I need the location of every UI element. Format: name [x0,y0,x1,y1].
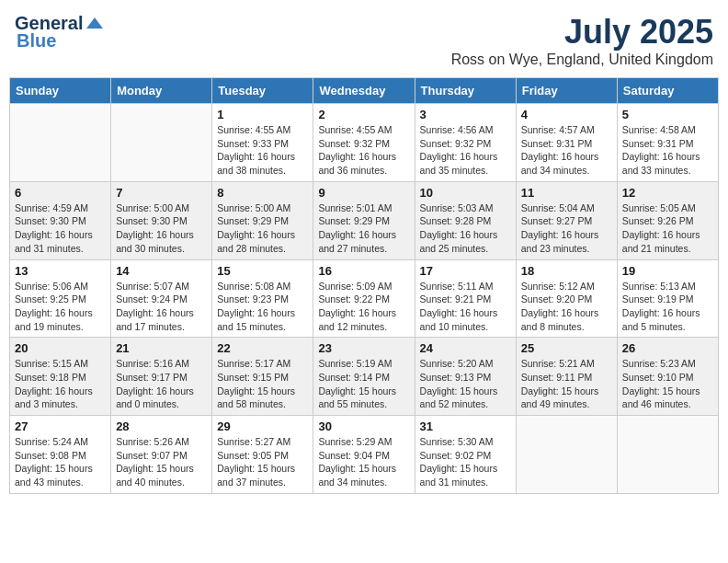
day-number: 19 [622,264,713,278]
day-info: Sunrise: 5:30 AMSunset: 9:02 PMDaylight:… [420,435,511,489]
day-info: Sunrise: 5:06 AMSunset: 9:25 PMDaylight:… [15,280,106,334]
day-info: Sunrise: 4:55 AMSunset: 9:33 PMDaylight:… [217,123,308,178]
calendar-week-row: 27Sunrise: 5:24 AMSunset: 9:08 PMDayligh… [10,416,719,494]
day-info: Sunrise: 5:11 AMSunset: 9:21 PMDaylight:… [420,280,511,334]
day-number: 11 [521,186,612,200]
day-number: 2 [318,108,409,121]
day-number: 31 [420,419,511,433]
calendar-header-row: Sunday Monday Tuesday Wednesday Thursday… [10,78,719,104]
table-row: 19Sunrise: 5:13 AMSunset: 9:19 PMDayligh… [617,259,718,338]
calendar-week-row: 13Sunrise: 5:06 AMSunset: 9:25 PMDayligh… [10,259,719,338]
calendar: Sunday Monday Tuesday Wednesday Thursday… [9,77,719,494]
day-info: Sunrise: 5:23 AMSunset: 9:10 PMDaylight:… [622,357,713,411]
col-saturday: Saturday [617,78,718,104]
table-row: 16Sunrise: 5:09 AMSunset: 9:22 PMDayligh… [313,259,415,338]
day-number: 12 [622,186,713,200]
day-number: 25 [521,341,612,355]
table-row: 12Sunrise: 5:05 AMSunset: 9:26 PMDayligh… [617,181,718,259]
table-row: 18Sunrise: 5:12 AMSunset: 9:20 PMDayligh… [516,259,617,338]
day-number: 17 [420,264,511,278]
day-info: Sunrise: 5:27 AMSunset: 9:05 PMDaylight:… [217,435,308,489]
table-row: 6Sunrise: 4:59 AMSunset: 9:30 PMDaylight… [10,181,111,259]
day-info: Sunrise: 5:12 AMSunset: 9:20 PMDaylight:… [521,280,612,334]
table-row: 20Sunrise: 5:15 AMSunset: 9:18 PMDayligh… [10,338,111,416]
day-info: Sunrise: 5:07 AMSunset: 9:24 PMDaylight:… [116,280,207,334]
day-number: 10 [420,186,511,200]
table-row: 28Sunrise: 5:26 AMSunset: 9:07 PMDayligh… [111,416,212,494]
calendar-week-row: 20Sunrise: 5:15 AMSunset: 9:18 PMDayligh… [10,338,719,416]
day-info: Sunrise: 5:16 AMSunset: 9:17 PMDaylight:… [116,357,207,411]
day-info: Sunrise: 5:00 AMSunset: 9:30 PMDaylight:… [116,201,207,256]
day-info: Sunrise: 5:17 AMSunset: 9:15 PMDaylight:… [217,357,308,411]
day-number: 7 [116,186,207,200]
day-number: 27 [15,419,106,433]
day-info: Sunrise: 5:03 AMSunset: 9:28 PMDaylight:… [420,201,511,256]
table-row: 11Sunrise: 5:04 AMSunset: 9:27 PMDayligh… [516,181,617,259]
day-info: Sunrise: 5:13 AMSunset: 9:19 PMDaylight:… [622,280,713,334]
table-row: 2Sunrise: 4:55 AMSunset: 9:32 PMDaylight… [313,104,415,182]
day-info: Sunrise: 4:56 AMSunset: 9:32 PMDaylight:… [420,123,511,178]
table-row: 26Sunrise: 5:23 AMSunset: 9:10 PMDayligh… [617,338,718,416]
table-row: 21Sunrise: 5:16 AMSunset: 9:17 PMDayligh… [111,338,212,416]
day-info: Sunrise: 5:04 AMSunset: 9:27 PMDaylight:… [521,201,612,256]
day-number: 3 [420,108,511,121]
table-row: 17Sunrise: 5:11 AMSunset: 9:21 PMDayligh… [415,259,516,338]
logo: General Blue [15,13,105,52]
day-number: 29 [217,419,308,433]
table-row: 29Sunrise: 5:27 AMSunset: 9:05 PMDayligh… [212,416,313,494]
table-row [617,416,718,494]
day-number: 23 [318,341,409,355]
col-tuesday: Tuesday [212,78,313,104]
col-sunday: Sunday [10,78,111,104]
day-number: 5 [622,108,713,121]
location-title: Ross on Wye, England, United Kingdom [451,52,713,68]
day-number: 8 [217,186,308,200]
day-info: Sunrise: 4:55 AMSunset: 9:32 PMDaylight:… [318,123,409,178]
day-number: 13 [15,264,106,278]
day-number: 20 [15,341,106,355]
table-row: 9Sunrise: 5:01 AMSunset: 9:29 PMDaylight… [313,181,415,259]
day-number: 28 [116,419,207,433]
day-info: Sunrise: 5:24 AMSunset: 9:08 PMDaylight:… [15,435,106,489]
day-info: Sunrise: 5:01 AMSunset: 9:29 PMDaylight:… [318,201,409,256]
day-info: Sunrise: 5:20 AMSunset: 9:13 PMDaylight:… [420,357,511,411]
day-info: Sunrise: 5:15 AMSunset: 9:18 PMDaylight:… [15,357,106,411]
table-row: 8Sunrise: 5:00 AMSunset: 9:29 PMDaylight… [212,181,313,259]
month-title: July 2025 [451,13,713,52]
table-row: 15Sunrise: 5:08 AMSunset: 9:23 PMDayligh… [212,259,313,338]
day-number: 14 [116,264,207,278]
day-number: 18 [521,264,612,278]
header: General Blue July 2025 Ross on Wye, Engl… [9,9,719,72]
day-number: 6 [15,186,106,200]
table-row: 22Sunrise: 5:17 AMSunset: 9:15 PMDayligh… [212,338,313,416]
calendar-week-row: 6Sunrise: 4:59 AMSunset: 9:30 PMDaylight… [10,181,719,259]
day-number: 16 [318,264,409,278]
logo-icon [85,14,105,34]
day-info: Sunrise: 5:19 AMSunset: 9:14 PMDaylight:… [318,357,409,411]
table-row [516,416,617,494]
day-info: Sunrise: 5:26 AMSunset: 9:07 PMDaylight:… [116,435,207,489]
day-info: Sunrise: 4:59 AMSunset: 9:30 PMDaylight:… [15,201,106,256]
table-row: 30Sunrise: 5:29 AMSunset: 9:04 PMDayligh… [313,416,415,494]
table-row: 14Sunrise: 5:07 AMSunset: 9:24 PMDayligh… [111,259,212,338]
col-friday: Friday [516,78,617,104]
day-info: Sunrise: 5:21 AMSunset: 9:11 PMDaylight:… [521,357,612,411]
table-row [111,104,212,182]
day-number: 22 [217,341,308,355]
svg-rect-1 [92,23,97,29]
table-row: 1Sunrise: 4:55 AMSunset: 9:33 PMDaylight… [212,104,313,182]
day-number: 15 [217,264,308,278]
day-info: Sunrise: 5:05 AMSunset: 9:26 PMDaylight:… [622,201,713,256]
table-row: 5Sunrise: 4:58 AMSunset: 9:31 PMDaylight… [617,104,718,182]
day-info: Sunrise: 4:58 AMSunset: 9:31 PMDaylight:… [622,123,713,178]
day-info: Sunrise: 5:08 AMSunset: 9:23 PMDaylight:… [217,280,308,334]
table-row: 3Sunrise: 4:56 AMSunset: 9:32 PMDaylight… [415,104,516,182]
day-number: 26 [622,341,713,355]
table-row: 7Sunrise: 5:00 AMSunset: 9:30 PMDaylight… [111,181,212,259]
table-row: 4Sunrise: 4:57 AMSunset: 9:31 PMDaylight… [516,104,617,182]
table-row: 23Sunrise: 5:19 AMSunset: 9:14 PMDayligh… [313,338,415,416]
col-thursday: Thursday [415,78,516,104]
day-info: Sunrise: 5:09 AMSunset: 9:22 PMDaylight:… [318,280,409,334]
day-info: Sunrise: 5:00 AMSunset: 9:29 PMDaylight:… [217,201,308,256]
logo-blue: Blue [17,30,56,52]
